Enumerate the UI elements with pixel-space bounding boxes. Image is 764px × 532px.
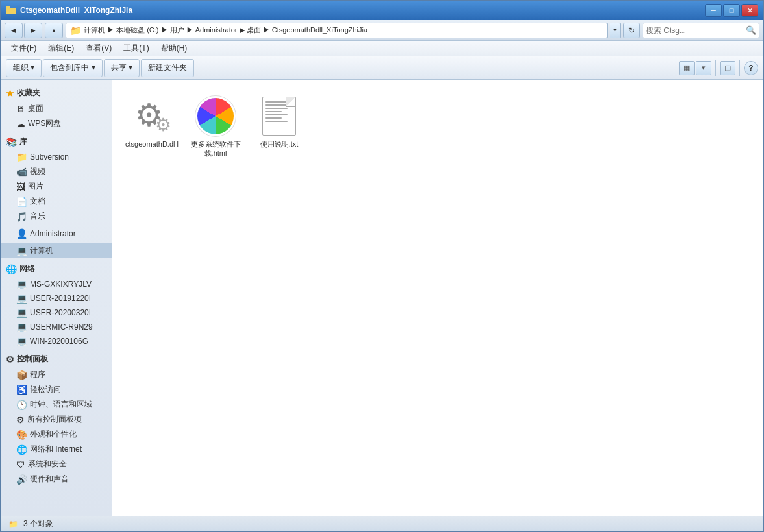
system-security-icon: 🛡 — [16, 459, 25, 470]
sidebar-item-image[interactable]: 🖼 图片 — [1, 179, 112, 194]
include-library-button[interactable]: 包含到库中 ▾ — [43, 59, 102, 77]
dll-file-icon: ⚙ ⚙ — [132, 97, 171, 136]
sidebar-item-hardware-sound[interactable]: 🔊 硬件和声音 — [1, 472, 112, 487]
view-controls: ▦ ▾ ▢ ? — [679, 60, 758, 76]
file-item-txt[interactable]: 使用说明.txt — [250, 90, 308, 163]
sidebar-item-system-security[interactable]: 🛡 系统和安全 — [1, 457, 112, 472]
sidebar-item-computer[interactable]: 💻 计算机 — [1, 243, 112, 258]
menu-tools[interactable]: 工具(T) — [118, 42, 154, 55]
txt-file-name: 使用说明.txt — [260, 139, 299, 149]
up-button[interactable]: ▲ — [45, 23, 63, 38]
organize-button[interactable]: 组织 ▾ — [6, 59, 42, 77]
menu-edit[interactable]: 编辑(E) — [43, 42, 79, 55]
sidebar-item-win-20200106g[interactable]: 💻 WIN-20200106G — [1, 334, 112, 348]
title-bar-left: CtsgeomathDdll_XiTongZhiJia — [6, 5, 132, 16]
sidebar-subversion-label: Subversion — [30, 152, 69, 162]
sidebar-computer-label: 计算机 — [30, 245, 53, 256]
new-folder-label: 新建文件夹 — [148, 62, 187, 73]
sidebar-item-user-20191220i[interactable]: 💻 USER-20191220I — [1, 291, 112, 306]
address-bar: ◀ ▶ ▲ 📁 计算机 ▶ 本地磁盘 (C:) ▶ 用户 ▶ Administr… — [1, 20, 763, 41]
file-item-dll[interactable]: ⚙ ⚙ ctsgeomathD.dl l — [123, 90, 181, 163]
file-item-html[interactable]: 更多系统软件下 载.html — [186, 90, 245, 163]
minimize-button[interactable]: ─ — [705, 4, 722, 17]
search-icon[interactable]: 🔍 — [746, 25, 756, 35]
sidebar-all-cpanel-label: 所有控制面板项 — [27, 414, 82, 425]
sidebar-item-ms-gxkixryjlv[interactable]: 💻 MS-GXKIXRYJLV — [1, 277, 112, 291]
sidebar-item-music[interactable]: 🎵 音乐 — [1, 209, 112, 224]
search-input[interactable] — [646, 26, 746, 35]
address-dropdown-button[interactable]: ▼ — [610, 23, 621, 38]
maximize-button[interactable]: □ — [723, 4, 740, 17]
help-button[interactable]: ? — [744, 61, 758, 75]
toolbar: 组织 ▾ 包含到库中 ▾ 共享 ▾ 新建文件夹 ▦ ▾ ▢ ? — [1, 56, 763, 80]
easy-access-icon: ♿ — [16, 385, 27, 395]
refresh-button[interactable]: ↻ — [623, 23, 640, 38]
sidebar-item-appearance[interactable]: 🎨 外观和个性化 — [1, 427, 112, 442]
html-file-name: 更多系统软件下 载.html — [189, 139, 242, 158]
sidebar-library-header[interactable]: 📚 库 — [1, 134, 112, 150]
sidebar-section-computer: 💻 计算机 — [1, 243, 112, 258]
administrator-icon: 👤 — [16, 228, 27, 239]
sidebar-item-clock-lang[interactable]: 🕐 时钟、语言和区域 — [1, 397, 112, 412]
appearance-icon: 🎨 — [16, 429, 27, 440]
view-toggle-button[interactable]: ▦ — [679, 61, 695, 75]
gear-sm-icon: ⚙ — [155, 114, 171, 136]
usermic-r9n29-icon: 💻 — [16, 322, 27, 332]
sidebar-item-subversion[interactable]: 📁 Subversion — [1, 150, 112, 164]
sidebar-wps-label: WPS网盘 — [28, 118, 61, 129]
txt-line-5 — [265, 114, 288, 115]
txt-line-6 — [265, 117, 282, 119]
library-icon: 📚 — [6, 137, 17, 147]
sidebar-item-usermic-r9n29[interactable]: 💻 USERMIC-R9N29 — [1, 320, 112, 334]
menu-help[interactable]: 帮助(H) — [156, 42, 193, 55]
forward-button[interactable]: ▶ — [24, 23, 42, 38]
sidebar-item-programs[interactable]: 📦 程序 — [1, 367, 112, 382]
preview-pane-button[interactable]: ▢ — [720, 61, 735, 75]
search-box: 🔍 — [643, 23, 759, 38]
sidebar-programs-label: 程序 — [30, 369, 45, 380]
close-button[interactable]: ✕ — [741, 4, 758, 17]
sidebar-item-document[interactable]: 📄 文档 — [1, 194, 112, 209]
sidebar-item-desktop[interactable]: 🖥 桌面 — [1, 101, 112, 116]
sidebar-control-panel-header[interactable]: ⚙ 控制面板 — [1, 351, 112, 367]
folder-title-icon — [6, 5, 16, 16]
sidebar-appearance-label: 外观和个性化 — [30, 429, 77, 440]
control-panel-label: 控制面板 — [17, 354, 48, 365]
txt-line-7 — [265, 121, 288, 122]
toolbar-separator-2 — [739, 60, 740, 76]
address-path[interactable]: 📁 计算机 ▶ 本地磁盘 (C:) ▶ 用户 ▶ Administrator ▶… — [66, 23, 608, 38]
back-button[interactable]: ◀ — [5, 23, 23, 38]
sidebar-item-all-cpanel[interactable]: ⚙ 所有控制面板项 — [1, 412, 112, 427]
sidebar-item-video[interactable]: 📹 视频 — [1, 164, 112, 179]
sidebar-item-user-20200320i[interactable]: 💻 USER-20200320I — [1, 306, 112, 320]
sidebar-item-easy-access[interactable]: ♿ 轻松访问 — [1, 382, 112, 397]
txt-line-1 — [265, 101, 288, 103]
network-icon: 🌐 — [6, 264, 17, 274]
control-panel-icon: ⚙ — [6, 354, 14, 365]
share-button[interactable]: 共享 ▾ — [104, 59, 140, 77]
menu-view[interactable]: 查看(V) — [80, 42, 117, 55]
window: CtsgeomathDdll_XiTongZhiJia ─ □ ✕ ◀ ▶ ▲ … — [0, 0, 764, 532]
sidebar-item-administrator[interactable]: 👤 Administrator — [1, 226, 112, 241]
all-cpanel-icon: ⚙ — [16, 415, 25, 425]
menu-file[interactable]: 文件(F) — [6, 42, 42, 55]
nav-buttons: ◀ ▶ — [5, 23, 42, 38]
sidebar-system-security-label: 系统和安全 — [28, 459, 67, 470]
clock-lang-icon: 🕐 — [16, 400, 27, 410]
html-file-icon — [196, 97, 235, 136]
sidebar-favorites-header[interactable]: ★ 收藏夹 — [1, 85, 112, 101]
sidebar: ★ 收藏夹 🖥 桌面 ☁ WPS网盘 📚 库 � — [1, 80, 112, 516]
view-dropdown-button[interactable]: ▾ — [696, 61, 711, 75]
subversion-icon: 📁 — [16, 152, 27, 162]
sidebar-usermic-r9n29-label: USERMIC-R9N29 — [30, 322, 93, 332]
sidebar-music-label: 音乐 — [30, 211, 45, 222]
sidebar-hardware-sound-label: 硬件和声音 — [30, 474, 69, 485]
sidebar-section-administrator: 👤 Administrator — [1, 226, 112, 241]
new-folder-button[interactable]: 新建文件夹 — [141, 59, 194, 77]
sidebar-section-control-panel: ⚙ 控制面板 📦 程序 ♿ 轻松访问 🕐 时钟、语言和区域 ⚙ 所有控制 — [1, 351, 112, 487]
user-20200320i-icon: 💻 — [16, 308, 27, 318]
sidebar-item-network-internet[interactable]: 🌐 网络和 Internet — [1, 442, 112, 457]
main-content: ★ 收藏夹 🖥 桌面 ☁ WPS网盘 📚 库 � — [1, 80, 763, 516]
sidebar-item-wps[interactable]: ☁ WPS网盘 — [1, 116, 112, 131]
sidebar-network-header[interactable]: 🌐 网络 — [1, 261, 112, 277]
